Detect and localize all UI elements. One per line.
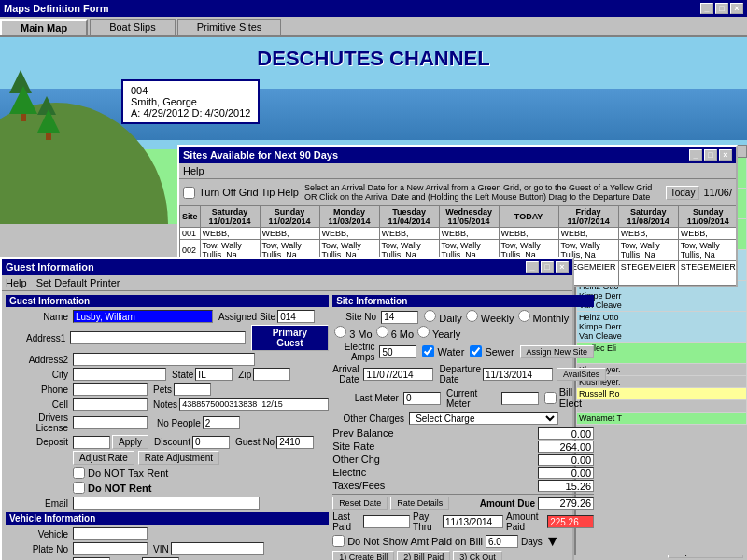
create-bill-btn[interactable]: 1) Create Bill (332, 551, 394, 560)
menu-help[interactable]: Help (6, 277, 27, 288)
departure-date-input[interactable] (483, 368, 553, 381)
rg-row-russell[interactable]: Russell Ro (577, 388, 747, 400)
plate-input[interactable] (73, 542, 148, 555)
deposit-input[interactable] (73, 436, 110, 449)
other-charges-select[interactable]: Select Charge (409, 412, 558, 425)
row-002-c8[interactable]: Tow, WallyTullis, Na (618, 240, 678, 261)
weekly-radio[interactable] (466, 310, 478, 322)
row-003-c9[interactable]: STEGEMEIER (678, 261, 736, 273)
rg-row-wanamet[interactable]: Wanamet T (577, 413, 747, 425)
3mo-radio[interactable] (334, 326, 346, 338)
prev-balance-val[interactable] (538, 427, 594, 440)
site-info-header: Site Information (332, 295, 594, 307)
pets-input[interactable] (174, 383, 211, 396)
no-people-input[interactable] (203, 416, 240, 429)
site-rate-val[interactable] (538, 441, 594, 453)
menu-set-default[interactable]: Set Default Printer (36, 277, 120, 288)
row-001-c3[interactable]: WEBB, (319, 228, 379, 240)
arrival-date-input[interactable] (363, 368, 433, 381)
reset-date-btn[interactable]: Reset Date (332, 497, 388, 510)
days-remaining-input[interactable] (486, 535, 518, 548)
apply-btn[interactable]: Apply (112, 435, 148, 449)
daily-radio[interactable] (424, 310, 436, 322)
zip-input[interactable] (253, 368, 290, 381)
row-004-c9[interactable] (678, 273, 736, 286)
rate-period-row: 3 Mo 6 Mo Yearly (332, 326, 594, 340)
assign-new-site-btn[interactable]: Assign New Site (520, 345, 595, 358)
avail-maximize[interactable]: □ (704, 149, 717, 161)
row-001-c7[interactable]: WEBB, (558, 228, 618, 240)
last-paid-input[interactable] (363, 515, 410, 528)
bill-paid-btn[interactable]: 2) Bill Paid (397, 551, 450, 560)
avail-menu-help[interactable]: Help (183, 165, 204, 176)
6mo-radio[interactable] (376, 326, 388, 338)
water-cb[interactable] (422, 345, 434, 357)
row-001-c9[interactable]: WEBB, (678, 228, 736, 240)
do-not-show-cb[interactable] (332, 535, 345, 547)
guest-minimize[interactable]: _ (526, 261, 539, 273)
discount-input[interactable] (192, 436, 230, 449)
sewer-cb[interactable] (470, 345, 482, 357)
vin-input[interactable] (171, 542, 264, 555)
row-003-c8[interactable]: STEGEMEIER (618, 261, 678, 273)
row-001-c1[interactable]: WEBB, (200, 228, 260, 240)
adjust-rate-btn[interactable]: Adjust Rate (73, 451, 134, 465)
electric-row: Electric (332, 467, 594, 479)
name-input[interactable] (73, 310, 213, 323)
amount-paid-input[interactable] (547, 515, 594, 528)
pay-thru-input[interactable] (443, 515, 503, 528)
tab-primitive-sites[interactable]: Primitive Sites (177, 19, 282, 35)
site-no-input[interactable] (381, 311, 418, 324)
row-001-c2[interactable]: WEBB, (260, 228, 319, 240)
do-not-rent-cb[interactable] (73, 482, 85, 494)
ck-out-btn[interactable]: 3) Ck Out (453, 551, 502, 560)
rate-details-btn[interactable]: Rate Details (390, 497, 449, 510)
rg-row-7[interactable]: Kadlec Eli (577, 343, 747, 364)
city-input[interactable] (73, 368, 166, 381)
amount-due-val[interactable] (538, 497, 594, 510)
avail-close[interactable]: × (719, 149, 732, 161)
grid-tip-checkbox[interactable] (183, 187, 195, 199)
today-button[interactable]: Today (666, 186, 700, 200)
notes-input[interactable] (179, 398, 329, 411)
rg-row-6[interactable]: Heinz OttoKimpe DerrVan Cleave (577, 312, 747, 343)
vehicle-input[interactable] (73, 527, 148, 540)
minimize-btn[interactable]: _ (700, 3, 713, 14)
last-meter-input[interactable] (403, 392, 441, 405)
tab-boat-slips[interactable]: Boat Slips (90, 19, 176, 35)
phone-input[interactable] (73, 383, 148, 396)
other-chg-val[interactable] (538, 454, 594, 466)
primary-guest-btn[interactable]: Primary Guest (251, 325, 330, 351)
guest-maximize[interactable]: □ (541, 261, 554, 273)
taxes-fees-val[interactable] (538, 480, 594, 492)
state-input[interactable] (195, 368, 233, 381)
monthly-radio[interactable] (518, 310, 530, 322)
email-input[interactable] (73, 497, 260, 510)
row-001-c8[interactable]: WEBB, (618, 228, 678, 240)
assigned-site-input[interactable] (277, 310, 315, 323)
address2-input[interactable] (73, 353, 255, 366)
row-001-today[interactable]: WEBB, (499, 228, 558, 240)
guest-close[interactable]: × (556, 261, 569, 273)
no-tax-rent-cb[interactable] (73, 467, 85, 479)
yearly-radio[interactable] (417, 326, 430, 338)
electric-val[interactable] (538, 467, 594, 479)
elec-amps-input[interactable] (379, 345, 416, 358)
cell-input[interactable] (73, 398, 148, 411)
row-002-c9[interactable]: Tow, WallyTullis, Na (678, 240, 736, 261)
current-meter-input[interactable] (501, 392, 539, 405)
bill-elect-cb[interactable] (544, 392, 557, 404)
guest-no-input[interactable] (276, 436, 314, 449)
dl-input[interactable] (73, 416, 148, 429)
row-001-c5[interactable]: WEBB, (439, 228, 499, 240)
avail-help-text: Select an Arrival Date for a New Arrival… (303, 181, 662, 203)
avail-minimize[interactable]: _ (689, 149, 702, 161)
address1-input[interactable] (70, 331, 245, 344)
row-001-c4[interactable]: WEBB, (379, 228, 439, 240)
rate-adjustment-btn[interactable]: Rate Adjustment (138, 451, 219, 465)
row-004-c8[interactable] (618, 273, 678, 286)
avail-sites-btn[interactable]: AvailSites (557, 368, 606, 381)
tab-main-map[interactable]: Main Map (0, 19, 88, 35)
maximize-btn[interactable]: □ (715, 3, 728, 14)
close-btn[interactable]: × (730, 3, 743, 14)
